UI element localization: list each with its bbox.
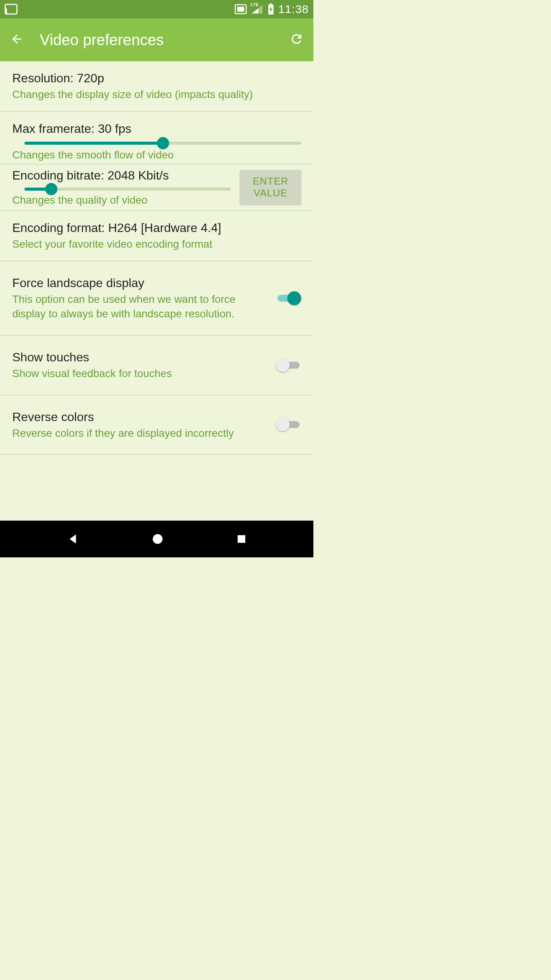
nav-back-button[interactable] [66,532,80,546]
switch-thumb [276,418,290,431]
setting-subtitle: Select your favorite video encoding form… [12,237,301,252]
force-landscape-switch[interactable] [276,290,301,306]
switch-thumb [287,291,301,305]
enter-value-button[interactable]: ENTER VALUE [240,170,301,204]
setting-title: Reverse colors [12,409,267,425]
reverse-colors-switch[interactable] [276,416,301,433]
setting-framerate[interactable]: Max framerate: 30 fps Changes the smooth… [0,112,313,164]
nav-home-button[interactable] [151,532,164,546]
setting-title: Encoding format: H264 [Hardware 4.4] [12,220,301,235]
switch-thumb [276,358,290,372]
cast-icon [5,4,18,15]
setting-title: Show touches [12,350,267,365]
setting-encoding-format[interactable]: Encoding format: H264 [Hardware 4.4] Sel… [0,211,313,261]
setting-show-touches[interactable]: Show touches Show visual feedback for to… [0,336,313,395]
setting-bitrate[interactable]: Encoding bitrate: 2048 Kbit/s Changes th… [0,165,313,211]
setting-force-landscape[interactable]: Force landscape display This option can … [0,261,313,336]
svg-rect-3 [237,7,244,12]
status-time: 11:38 [278,3,309,16]
network-lte-icon: LTE [251,4,264,15]
setting-subtitle: Show visual feedback for touches [12,366,267,381]
svg-marker-9 [70,534,76,544]
screen: LTE 11:38 Video preferences [0,0,313,557]
page-title: Video preferences [40,31,287,49]
navigation-bar [0,521,313,557]
svg-rect-0 [5,4,17,14]
battery-charging-icon [267,3,274,15]
svg-point-10 [153,534,163,544]
app-bar: Video preferences [0,18,313,61]
slider-thumb[interactable] [157,137,169,149]
setting-subtitle: Changes the smooth flow of video [12,148,301,162]
settings-list: Resolution: 720p Changes the display siz… [0,61,313,521]
slider-fill [24,142,163,145]
svg-point-1 [5,12,8,15]
setting-resolution[interactable]: Resolution: 720p Changes the display siz… [0,61,313,112]
bitrate-slider[interactable] [24,188,231,191]
setting-subtitle: Reverse colors if they are displayed inc… [12,426,267,441]
setting-title: Max framerate: 30 fps [12,121,301,136]
svg-rect-11 [238,535,245,543]
slider-thumb[interactable] [45,183,57,195]
back-button[interactable] [8,31,26,49]
setting-subtitle: Changes the quality of video [12,193,231,207]
nav-recent-button[interactable] [236,533,247,545]
triangle-back-icon [66,532,80,546]
cast-connected-icon [235,4,247,14]
setting-subtitle: This option can be used when we want to … [12,292,267,321]
setting-subtitle: Changes the display size of video (impac… [12,87,301,102]
framerate-slider[interactable] [24,142,301,145]
refresh-button[interactable] [287,31,306,49]
show-touches-switch[interactable] [276,357,301,373]
setting-reverse-colors[interactable]: Reverse colors Reverse colors if they ar… [0,395,313,455]
circle-home-icon [151,532,164,546]
arrow-back-icon [10,32,24,47]
setting-title: Encoding bitrate: 2048 Kbit/s [12,168,231,183]
button-label-line2: VALUE [254,187,287,199]
refresh-icon [289,32,304,48]
square-recent-icon [236,533,247,545]
button-label-line1: ENTER [253,175,288,187]
status-bar: LTE 11:38 [0,0,313,18]
setting-title: Force landscape display [12,275,267,291]
svg-rect-7 [270,3,272,5]
setting-title: Resolution: 720p [12,70,301,86]
